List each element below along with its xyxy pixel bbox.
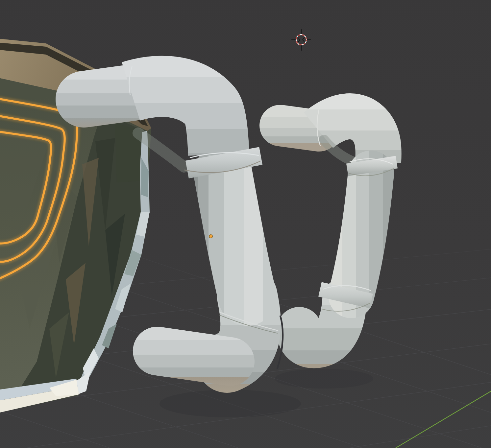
pipe-left-cap-segment <box>84 93 132 99</box>
pipe-left-tube <box>223 174 247 296</box>
pipe-right-tube <box>351 174 371 295</box>
blender-3d-viewport[interactable] <box>0 0 491 448</box>
pipe-right-collar-bottom <box>344 288 347 302</box>
pipe-right-cap-segment <box>280 126 319 131</box>
pipe-left-arm <box>157 351 230 362</box>
floor-shadow <box>160 390 301 417</box>
pipe-right-collar-top <box>371 160 373 172</box>
pipe-left-collar <box>222 154 226 172</box>
viewport-canvas[interactable] <box>0 0 491 448</box>
object-origin-point[interactable] <box>209 235 212 238</box>
floor-shadow <box>275 369 373 389</box>
